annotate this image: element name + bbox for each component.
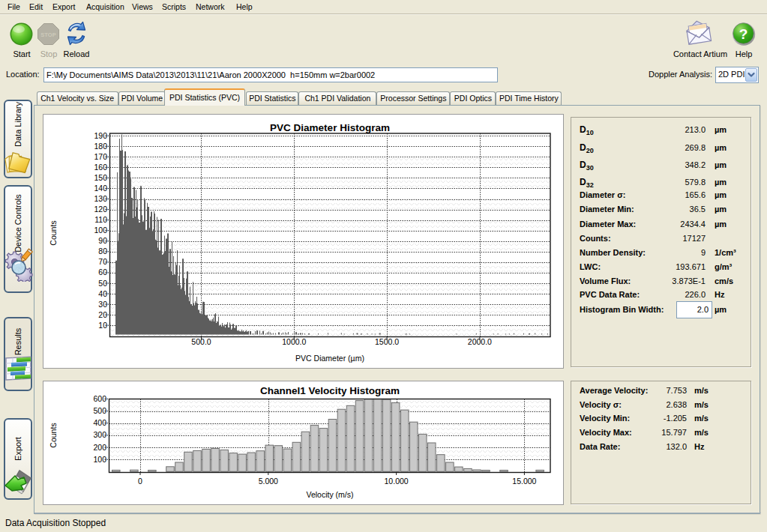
svg-text:100: 100 — [94, 226, 107, 235]
svg-text:0: 0 — [138, 477, 142, 486]
svg-text:180: 180 — [94, 142, 107, 151]
svg-text:15.000: 15.000 — [512, 477, 536, 486]
svg-text:130: 130 — [94, 194, 107, 203]
svg-text:170: 170 — [94, 152, 107, 161]
svg-text:90: 90 — [98, 236, 107, 245]
svg-text:300: 300 — [93, 430, 106, 439]
svg-text:Velocity (m/s): Velocity (m/s) — [306, 490, 353, 499]
svg-text:?: ? — [739, 26, 748, 42]
svg-text:190: 190 — [94, 131, 107, 140]
svg-text:Counts: Counts — [49, 220, 58, 245]
svg-text:120: 120 — [94, 205, 107, 214]
svg-text:150: 150 — [94, 173, 107, 182]
svg-text:400: 400 — [93, 418, 106, 427]
svg-text:600: 600 — [93, 394, 106, 403]
svg-text:Channel1 Velocity Histogram: Channel1 Velocity Histogram — [260, 385, 400, 396]
svg-text:140: 140 — [94, 184, 107, 193]
svg-text:PVC Diameter Histogram: PVC Diameter Histogram — [270, 122, 390, 133]
svg-text:160: 160 — [94, 163, 107, 172]
svg-text:200: 200 — [93, 443, 106, 452]
svg-text:5.000: 5.000 — [259, 477, 278, 486]
svg-text:500: 500 — [93, 406, 106, 415]
svg-text:Counts: Counts — [49, 423, 58, 447]
svg-text:PVC Diameter (µm): PVC Diameter (µm) — [295, 354, 364, 363]
svg-text:10.000: 10.000 — [385, 477, 409, 486]
svg-text:STOP: STOP — [40, 31, 55, 38]
svg-text:100: 100 — [93, 455, 106, 464]
